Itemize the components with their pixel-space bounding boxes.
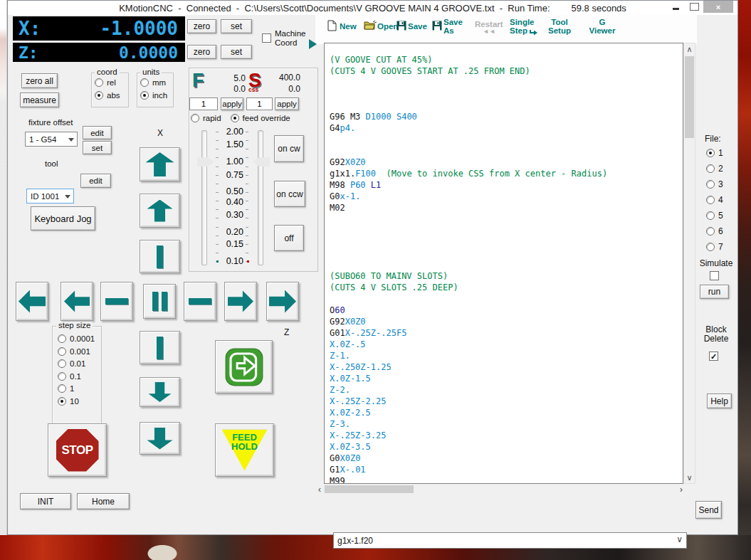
fixture-offset-dropdown[interactable]: 1 - G54: [25, 132, 78, 147]
measure-button[interactable]: measure: [20, 93, 59, 107]
maximize-button[interactable]: [690, 3, 699, 11]
radio-circle-icon[interactable]: [58, 334, 66, 343]
save-as-icon[interactable]: [432, 21, 442, 31]
radio-circle-icon[interactable]: [231, 114, 239, 122]
hscrollbar-thumb[interactable]: [325, 485, 414, 493]
jog-x-plus-step-button[interactable]: [140, 240, 180, 273]
zero-x-button[interactable]: zero: [187, 19, 216, 33]
radio-step-radios-10[interactable]: 10: [58, 397, 95, 406]
radio-circle-icon[interactable]: [706, 164, 715, 173]
radio-circle-icon[interactable]: [706, 180, 715, 189]
cycle-start-button[interactable]: [215, 340, 273, 393]
help-button[interactable]: Help: [707, 393, 732, 408]
set-z-button[interactable]: set: [221, 45, 252, 59]
init-button[interactable]: INIT: [20, 493, 71, 509]
jog-pause-button[interactable]: [143, 284, 176, 319]
save-as-button[interactable]: SaveAs: [443, 18, 463, 35]
radio-mode-radios-feed-override[interactable]: feed override: [231, 114, 290, 122]
stop-button[interactable]: STOP: [48, 423, 107, 477]
send-button[interactable]: Send: [695, 501, 722, 519]
jog-z-plus-fast-button[interactable]: [266, 282, 299, 321]
radio-circle-icon[interactable]: [706, 227, 715, 236]
radio-file-radios-6[interactable]: 6: [706, 226, 723, 236]
fixture-edit-button[interactable]: edit: [83, 126, 112, 139]
mdi-command-combobox[interactable]: g1x-1.f20 ∨: [333, 532, 687, 549]
tool-dropdown[interactable]: ID 1001: [26, 189, 74, 204]
radio-file-radios-1[interactable]: 1: [706, 148, 723, 158]
radio-circle-icon[interactable]: [95, 78, 103, 87]
radio-circle-icon[interactable]: [58, 359, 66, 368]
close-button[interactable]: ×: [703, 1, 733, 13]
jog-x-minus-step-button[interactable]: [140, 331, 180, 364]
jog-z-minus-step-button[interactable]: [100, 282, 133, 321]
machine-coord-checkbox[interactable]: [262, 33, 271, 43]
jog-z-minus-button[interactable]: [61, 282, 93, 321]
new-button[interactable]: New: [340, 22, 357, 31]
set-x-button[interactable]: set: [221, 19, 252, 33]
vscrollbar-thumb[interactable]: [685, 56, 694, 138]
radio-circle-icon[interactable]: [706, 196, 715, 204]
block-delete-checkbox[interactable]: ✓: [709, 352, 718, 361]
radio-circle-icon[interactable]: [706, 211, 715, 220]
tool-edit-button[interactable]: edit: [80, 174, 111, 188]
radio-step-radios-0.001[interactable]: 0.001: [58, 347, 95, 356]
radio-file-radios-5[interactable]: 5: [706, 211, 723, 221]
home-button[interactable]: Home: [77, 493, 130, 509]
radio-mode-radios-rapid[interactable]: rapid: [191, 114, 221, 122]
radio-step-radios-1[interactable]: 1: [58, 384, 95, 393]
radio-coord-radios-rel[interactable]: rel: [95, 78, 120, 87]
radio-circle-icon[interactable]: [58, 372, 66, 381]
radio-file-radios-3[interactable]: 3: [706, 179, 723, 189]
open-button[interactable]: Open: [377, 22, 398, 31]
jog-x-plus-fast-button[interactable]: [140, 147, 180, 181]
feed-hold-button[interactable]: FEEDHOLD: [215, 423, 274, 477]
radio-circle-icon[interactable]: [58, 347, 66, 356]
scroll-up-icon[interactable]: ∧: [684, 43, 695, 55]
save-icon[interactable]: [396, 21, 406, 31]
speed-override-input[interactable]: [246, 97, 273, 110]
minimize-button[interactable]: [670, 2, 681, 12]
radio-circle-icon[interactable]: [58, 397, 66, 406]
radio-coord-radios-abs[interactable]: abs: [95, 91, 120, 100]
radio-circle-icon[interactable]: [191, 114, 199, 122]
speed-slider-track[interactable]: [258, 130, 263, 265]
radio-units-radios-inch[interactable]: inch: [140, 91, 167, 100]
radio-step-radios-0.1[interactable]: 0.1: [58, 372, 95, 381]
feed-slider-track[interactable]: [201, 130, 207, 265]
g-viewer-button[interactable]: GViewer: [588, 18, 616, 35]
editor-vscrollbar[interactable]: ∧ ∨: [683, 43, 695, 484]
spindle-on-cw-button[interactable]: on cw: [274, 135, 304, 162]
tool-setup-button[interactable]: ToolSetup: [548, 18, 571, 35]
radio-file-radios-2[interactable]: 2: [706, 164, 723, 174]
zero-z-button[interactable]: zero: [187, 45, 216, 59]
radio-circle-icon[interactable]: [706, 243, 715, 251]
save-button[interactable]: Save: [408, 22, 427, 31]
jog-z-plus-button[interactable]: [224, 282, 257, 321]
gcode-editor[interactable]: (V GOOVE CUT AT 45%)(CUTS 4 V GOOVES STA…: [324, 43, 683, 484]
jog-x-minus-button[interactable]: [140, 377, 180, 407]
speed-apply-button[interactable]: apply: [275, 97, 299, 110]
radio-circle-icon[interactable]: [140, 78, 149, 87]
editor-hscrollbar[interactable]: ‹ ›: [315, 484, 686, 495]
scroll-left-icon[interactable]: ‹: [315, 484, 324, 495]
zero-all-button[interactable]: zero all: [21, 73, 58, 88]
feed-apply-button[interactable]: apply: [221, 97, 243, 110]
radio-units-radios-mm[interactable]: mm: [140, 78, 167, 87]
spindle-off-button[interactable]: off: [274, 225, 304, 251]
radio-step-radios-0.0001[interactable]: 0.0001: [58, 334, 95, 343]
fixture-set-button[interactable]: set: [83, 141, 112, 154]
scroll-right-icon[interactable]: ›: [677, 484, 686, 495]
feed-override-input[interactable]: [189, 97, 218, 110]
radio-step-radios-0.01[interactable]: 0.01: [58, 359, 95, 368]
radio-file-radios-4[interactable]: 4: [706, 195, 723, 205]
jog-x-minus-fast-button[interactable]: [140, 422, 180, 455]
spindle-on-ccw-button[interactable]: on ccw: [274, 181, 305, 207]
radio-circle-icon[interactable]: [706, 149, 715, 157]
jog-x-plus-button[interactable]: [140, 194, 180, 228]
radio-circle-icon[interactable]: [95, 91, 103, 100]
radio-file-radios-7[interactable]: 7: [706, 242, 723, 252]
simulate-checkbox[interactable]: [710, 271, 719, 280]
keyboard-jog-button[interactable]: Keyboard Jog: [31, 206, 95, 231]
scroll-down-icon[interactable]: ∨: [684, 472, 695, 483]
new-file-icon[interactable]: [327, 20, 337, 31]
